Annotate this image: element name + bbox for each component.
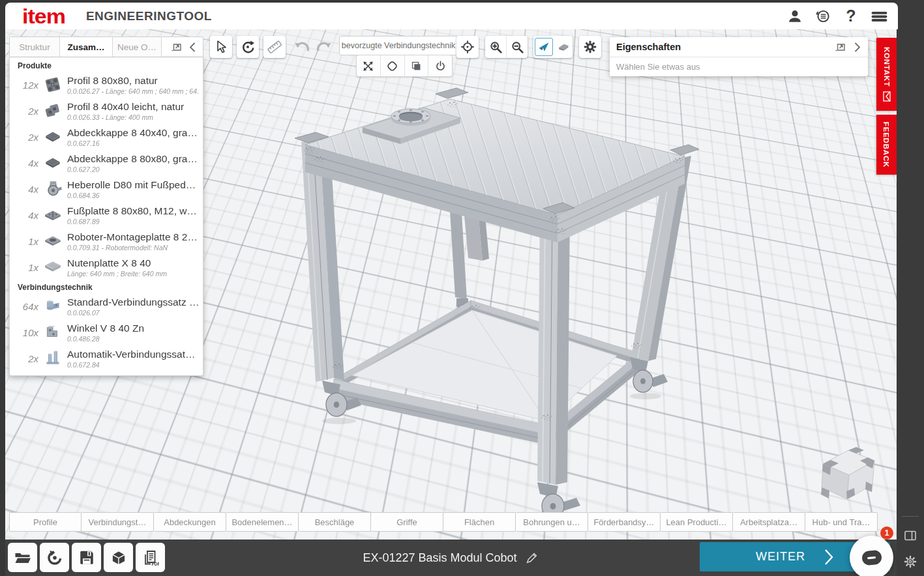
tab-foerderbandsysteme[interactable]: Förderbandsy… (588, 512, 661, 532)
ruler-icon (267, 39, 282, 55)
save-icon (78, 549, 95, 566)
shaded-view-button[interactable] (535, 38, 553, 56)
list-item[interactable]: 2x Profil 8 40x40 leicht, natur 0.0.026.… (10, 98, 203, 124)
chat-fab[interactable]: 1 (850, 536, 893, 576)
tab-verbindungstechnik[interactable]: Verbindungst… (82, 512, 154, 532)
item-quantity: 2x (10, 132, 38, 143)
list-item[interactable]: 10x Winkel V 8 40 Zn 0.0.486.28 (10, 319, 203, 345)
list-item[interactable]: 2x Automatik-Verbindungssat… 0.0.672.84 (10, 345, 203, 371)
move-icon (362, 60, 374, 72)
open-project-button[interactable] (8, 543, 37, 572)
power-option-button[interactable] (428, 55, 452, 76)
item-subtitle: 0.0.684.36 (67, 192, 199, 199)
item-quantity: 1x (10, 236, 38, 247)
tab-profile[interactable]: Profile (9, 512, 82, 532)
tab-arbeitsplatzausstattung[interactable]: Arbeitsplatza… (733, 512, 805, 532)
item-subtitle: 0.0.627.16 (67, 139, 199, 147)
zoom-in-button[interactable] (485, 36, 507, 58)
save-button[interactable] (72, 543, 101, 572)
connector-set-icon (38, 296, 67, 316)
user-icon[interactable] (785, 7, 805, 26)
menu-icon[interactable] (869, 7, 889, 26)
zoom-out-icon (511, 40, 524, 54)
zoom-out-button[interactable] (507, 36, 528, 58)
solid-view-button[interactable] (555, 38, 572, 55)
item-subtitle: 0.0.687.89 (67, 218, 199, 225)
list-item[interactable]: 2x Abdeckkappe 8 40x40, gra… 0.0.627.16 (10, 124, 203, 150)
item-title: Nutenplatte X 8 40 (67, 257, 199, 269)
shaded-view-icon (537, 40, 550, 53)
tab-bohrungen[interactable]: Bohrungen u… (516, 512, 588, 532)
export-pdf-button[interactable]: PDF (136, 543, 165, 572)
expand-panel-icon[interactable] (854, 42, 861, 53)
rotate-icon (241, 40, 255, 54)
tab-zusammenstellung[interactable]: Zusam… (60, 37, 113, 57)
redo-icon (315, 39, 333, 55)
svg-text:PDF: PDF (151, 562, 159, 566)
tab-flaechen[interactable]: Flächen (443, 512, 516, 532)
notification-badge: 1 (880, 526, 893, 540)
tab-neue-objekte[interactable]: Neue O… (113, 37, 162, 57)
clover-option-button[interactable] (381, 55, 405, 76)
list-item[interactable]: 12x Profil 8 80x80, natur 0.0.026.27 - L… (10, 72, 203, 98)
profile-80x80-icon (38, 75, 67, 94)
tab-abdeckungen[interactable]: Abdeckungen (154, 512, 226, 532)
target-icon (460, 40, 475, 54)
edit-icon[interactable] (525, 551, 539, 565)
connection-technique-options (356, 55, 453, 77)
redo-button[interactable] (314, 38, 334, 56)
feedback-label: FEEDBACK (883, 122, 891, 167)
app-settings-button[interactable] (897, 551, 924, 573)
automatic-connector-icon (38, 349, 67, 368)
list-item[interactable]: 1x Roboter-Montageplatte 8 2… 0.0.709.31… (10, 228, 203, 254)
item-quantity: 2x (10, 106, 38, 117)
list-item[interactable]: 4x Abdeckkappe 8 80x80, gra… 0.0.627.20 (10, 150, 203, 176)
collapse-panel-icon[interactable] (188, 42, 196, 53)
panel-toggle-button[interactable] (897, 525, 924, 547)
cover-cap-icon (38, 127, 67, 147)
list-item[interactable]: 4x Heberolle D80 mit Fußped… 0.0.684.36 (10, 176, 203, 202)
restore-icon (46, 549, 63, 566)
robot-plate-icon (38, 231, 67, 251)
section-title-produkte: Produkte (10, 59, 203, 72)
list-item[interactable]: 64x Standard-Verbindungssatz … 0.0.026.0… (10, 293, 203, 319)
tab-beschlaege[interactable]: Beschläge (299, 512, 371, 532)
angle-bracket-icon (38, 323, 67, 342)
tab-bodenelemente[interactable]: Bodenelemen… (226, 512, 299, 532)
news-icon[interactable] (813, 7, 833, 26)
kontakt-label: KONTAKT (883, 47, 891, 87)
category-tab-bar: Profile Verbindungst… Abdeckungen Bodene… (9, 512, 878, 532)
kontakt-tab[interactable]: KONTAKT (876, 38, 897, 111)
rotate-tool-button[interactable] (237, 36, 259, 58)
properties-selection-input[interactable] (610, 57, 868, 76)
item-subtitle: 0.0.026.27 - Länge: 640 mm ; 640 mm ; 64… (67, 87, 199, 95)
open-folder-icon (14, 550, 31, 566)
item-quantity: 2x (10, 353, 38, 364)
popout-icon[interactable] (171, 42, 182, 52)
divider (902, 516, 919, 517)
popout-icon[interactable] (835, 42, 846, 52)
list-item[interactable]: 4x Fußplatte 8 80x80, M12, w… 0.0.687.89 (10, 202, 203, 228)
connection-technique-dropdown[interactable]: bevorzugte Verbindungstechnik (339, 36, 458, 55)
item-subtitle: 0.0.486.28 (67, 335, 199, 343)
item-subtitle: Länge: 640 mm ; Breite: 640 mm (67, 270, 199, 278)
export-3d-button[interactable] (104, 543, 133, 572)
viewport-settings-button[interactable] (579, 36, 601, 58)
tab-griffe[interactable]: Griffe (371, 512, 443, 532)
pointer-tool-button[interactable] (210, 36, 232, 58)
app-window: item ENGINEERINGTOOL ? (0, 0, 924, 576)
undo-button[interactable] (292, 38, 312, 56)
overlap-squares-option-button[interactable] (405, 55, 429, 76)
move-option-button[interactable] (357, 55, 381, 76)
restore-button[interactable] (40, 543, 69, 572)
list-item[interactable]: 1x Nutenplatte X 8 40 Länge: 640 mm ; Br… (10, 254, 203, 280)
item-title: Roboter-Montageplatte 8 2… (67, 231, 199, 243)
feedback-tab[interactable]: FEEDBACK (876, 115, 897, 175)
tab-lean-production[interactable]: Lean Producti… (661, 512, 733, 532)
tab-hub-und-transport[interactable]: Hub- und Tra… (805, 512, 878, 532)
help-icon[interactable]: ? (841, 7, 861, 26)
tab-struktur[interactable]: Struktur (10, 37, 60, 57)
center-view-button[interactable] (456, 36, 479, 58)
zoom-controls (485, 36, 528, 58)
measure-tool-button[interactable] (263, 36, 286, 58)
